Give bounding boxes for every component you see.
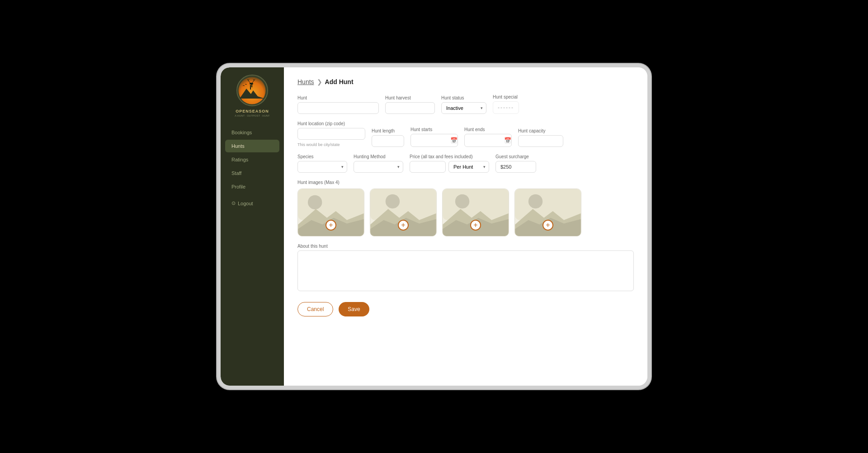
hunt-capacity-group: Hunt capacity: [518, 128, 563, 147]
hunting-method-group: Hunting Method ▾: [354, 154, 403, 173]
image-upload-3[interactable]: +: [442, 189, 509, 236]
cancel-button[interactable]: Cancel: [297, 302, 333, 316]
hunt-status-label: Hunt status: [441, 95, 486, 100]
guest-surcharge-group: Guest surcharge $250: [495, 154, 536, 173]
hunt-length-input[interactable]: [372, 135, 404, 147]
hunt-label: Hunt: [297, 95, 379, 100]
species-label: Species: [297, 154, 347, 159]
image-upload-1[interactable]: +: [297, 189, 364, 236]
breadcrumb: Hunts ❯ Add Hunt: [297, 78, 634, 85]
hunt-location-hint: This would be city/state: [297, 142, 365, 147]
hunt-special-value: ------: [493, 101, 519, 114]
guest-surcharge-label: Guest surcharge: [495, 154, 536, 159]
hunt-starts-input[interactable]: [415, 138, 448, 143]
breadcrumb-current: Add Hunt: [325, 78, 354, 85]
about-label: About this hunt: [297, 244, 634, 249]
sidebar-item-profile[interactable]: Profile: [225, 180, 279, 193]
images-grid: + +: [297, 189, 634, 236]
hunt-special-label: Hunt special: [493, 94, 519, 99]
form-actions: Cancel Save: [297, 302, 634, 316]
hunt-harvest-input[interactable]: [385, 102, 435, 114]
sidebar-item-hunts[interactable]: Hunts: [225, 140, 279, 152]
calendar-start-icon[interactable]: 📅: [450, 137, 458, 144]
guest-surcharge-wrapper: $250: [495, 161, 536, 173]
svg-point-14: [308, 195, 322, 209]
breadcrumb-separator: ❯: [317, 78, 322, 85]
hunt-location-label: Hunt location (zip code): [297, 121, 365, 126]
nav-items: Bookings Hunts Ratings Staff Profile ⊙ L…: [221, 126, 284, 210]
svg-point-24: [455, 194, 469, 208]
hunt-status-select[interactable]: Inactive Active: [441, 102, 486, 114]
species-group: Species ▾: [297, 154, 347, 173]
sidebar-item-bookings[interactable]: Bookings: [225, 126, 279, 139]
hunt-ends-input[interactable]: [468, 138, 502, 143]
hunt-length-group: Hunt length: [372, 128, 404, 147]
hunt-harvest-label: Hunt harvest: [385, 95, 435, 100]
brand-name: OPENSEASON: [236, 109, 269, 113]
sidebar-item-staff[interactable]: Staff: [225, 167, 279, 179]
species-select-wrapper: ▾: [297, 161, 347, 173]
hunt-location-group: Hunt location (zip code) This would be c…: [297, 121, 365, 147]
hunt-capacity-input[interactable]: [518, 135, 563, 147]
hunt-capacity-label: Hunt capacity: [518, 128, 563, 133]
breadcrumb-parent[interactable]: Hunts: [297, 78, 314, 85]
hunting-method-label: Hunting Method: [354, 154, 403, 159]
about-section: About this hunt: [297, 244, 634, 293]
sidebar-item-ratings[interactable]: Ratings: [225, 153, 279, 166]
logo-image: [237, 76, 267, 105]
form-row-1: Hunt Hunt harvest Hunt status Inactive A…: [297, 94, 634, 114]
svg-rect-3: [250, 85, 251, 90]
logout-button[interactable]: ⊙ Logout: [225, 197, 279, 210]
hunt-ends-label: Hunt ends: [464, 127, 512, 132]
logo-circle: [236, 75, 268, 106]
form-row-3: Species ▾ Hunting Method ▾: [297, 154, 634, 173]
hunt-status-select-wrapper: Inactive Active ▾: [441, 102, 486, 114]
add-image-3-button[interactable]: +: [470, 220, 481, 231]
hunt-length-label: Hunt length: [372, 128, 404, 133]
sidebar: OPENSEASON A HUNT · OUTPOST · HUNT Booki…: [221, 67, 284, 386]
price-input[interactable]: [410, 161, 446, 173]
images-label: Hunt images (Max 4): [297, 180, 634, 185]
hunt-status-group: Hunt status Inactive Active ▾: [441, 95, 486, 114]
hunt-starts-label: Hunt starts: [410, 127, 458, 132]
images-section: Hunt images (Max 4): [297, 180, 634, 236]
brand-tagline: A HUNT · OUTPOST · HUNT: [235, 114, 269, 117]
svg-point-19: [386, 194, 400, 208]
svg-point-29: [528, 194, 542, 208]
species-select[interactable]: [297, 161, 347, 173]
hunt-field-group: Hunt: [297, 95, 379, 114]
hunt-starts-input-wrapper[interactable]: 📅: [410, 134, 458, 147]
price-label: Price (all tax and fees included): [410, 154, 489, 159]
tablet-inner: OPENSEASON A HUNT · OUTPOST · HUNT Booki…: [221, 67, 647, 386]
price-per-select-wrapper: Per Hunt Per Person ▾: [448, 161, 489, 173]
add-image-4-button[interactable]: +: [542, 220, 553, 231]
price-per-select[interactable]: Per Hunt Per Person: [448, 161, 489, 173]
hunt-ends-input-wrapper[interactable]: 📅: [464, 134, 512, 147]
hunt-location-input[interactable]: [297, 128, 365, 140]
hunt-input[interactable]: [297, 102, 379, 114]
about-textarea[interactable]: [297, 250, 634, 291]
hunt-ends-group: Hunt ends 📅: [464, 127, 512, 147]
svg-rect-5: [250, 83, 253, 85]
add-image-2-button[interactable]: +: [398, 220, 409, 231]
image-upload-4[interactable]: +: [514, 189, 581, 236]
svg-point-1: [239, 77, 266, 104]
add-image-1-button[interactable]: +: [326, 220, 336, 231]
main-content: Hunts ❯ Add Hunt Hunt Hunt harvest Hunt …: [284, 67, 647, 386]
hunting-method-select-wrapper: ▾: [354, 161, 403, 173]
logout-icon: ⊙: [231, 200, 236, 206]
tablet-frame: OPENSEASON A HUNT · OUTPOST · HUNT Booki…: [217, 64, 651, 389]
image-upload-2[interactable]: +: [370, 189, 437, 236]
hunt-special-group: Hunt special ------: [493, 94, 519, 114]
logo-area: OPENSEASON A HUNT · OUTPOST · HUNT: [230, 75, 274, 117]
calendar-end-icon[interactable]: 📅: [504, 137, 511, 144]
price-group: Price (all tax and fees included) Per Hu…: [410, 154, 489, 173]
save-button[interactable]: Save: [339, 302, 369, 316]
hunting-method-select[interactable]: [354, 161, 403, 173]
form-row-2: Hunt location (zip code) This would be c…: [297, 121, 634, 147]
hunt-harvest-group: Hunt harvest: [385, 95, 435, 114]
hunt-starts-group: Hunt starts 📅: [410, 127, 458, 147]
guest-surcharge-value: $250: [500, 164, 511, 170]
